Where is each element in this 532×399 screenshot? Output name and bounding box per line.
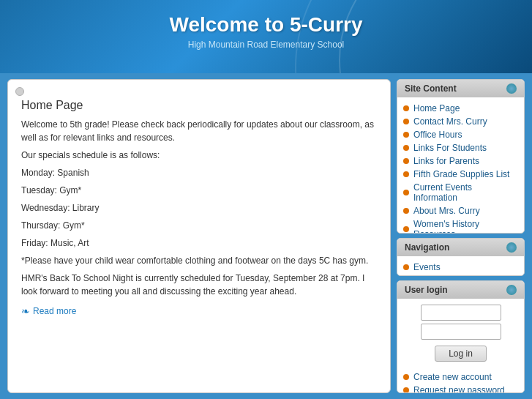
- bullet-icon: [403, 387, 409, 393]
- content-p1: Welcome to 5th grade! Please check back …: [21, 118, 377, 144]
- read-more-label: Read more: [33, 306, 76, 316]
- navigation-header: Navigation: [397, 239, 524, 256]
- sidebar-item-label: Office Hours: [413, 130, 462, 140]
- content-p4: Tuesday: Gym*: [21, 184, 377, 197]
- page-subtitle: High Mountain Road Elementary School: [0, 40, 532, 50]
- username-field[interactable]: [421, 305, 501, 321]
- sidebar-item-links-students[interactable]: Links For Students: [403, 141, 518, 154]
- nav-item-label: Events: [413, 262, 441, 272]
- create-account-link[interactable]: Create new account: [403, 370, 518, 384]
- create-account-label: Create new account: [413, 372, 492, 382]
- password-field[interactable]: [421, 324, 501, 340]
- sidebar: Site Content Home Page Contact Mrs. Curr…: [397, 79, 525, 393]
- bullet-icon: [403, 208, 409, 214]
- navigation-icon: [506, 242, 517, 253]
- sidebar-item-about[interactable]: About Mrs. Curry: [403, 204, 518, 217]
- bullet-icon: [403, 145, 409, 151]
- home-page-title: Home Page: [21, 99, 377, 112]
- bullet-icon: [403, 374, 409, 380]
- content-p8: *Please have your child wear comfortable…: [21, 254, 377, 267]
- main-layout: Home Page Welcome to 5th grade! Please c…: [0, 73, 532, 399]
- read-more-icon: ❧: [21, 305, 30, 317]
- bullet-icon: [403, 171, 409, 177]
- request-password-label: Request new password: [413, 385, 505, 393]
- bullet-icon: [403, 190, 409, 195]
- page-title: Welcome to 5-Curry: [0, 13, 532, 37]
- site-content-box: Site Content Home Page Contact Mrs. Curr…: [397, 79, 525, 234]
- bullet-icon: [403, 119, 409, 124]
- sidebar-item-events[interactable]: Current Events Information: [403, 181, 518, 204]
- sidebar-item-label: Fifth Grade Supplies List: [413, 169, 509, 179]
- login-button[interactable]: Log in: [435, 346, 487, 362]
- content-p7: Friday: Music, Art: [21, 236, 377, 250]
- login-body: Log in: [397, 299, 524, 368]
- site-content-header: Site Content: [397, 80, 524, 97]
- sidebar-item-office[interactable]: Office Hours: [403, 128, 518, 141]
- login-title: User login: [405, 285, 448, 295]
- navigation-box: Navigation Events: [397, 238, 525, 276]
- bullet-icon: [403, 132, 409, 138]
- sidebar-item-home[interactable]: Home Page: [403, 102, 518, 115]
- bullet-icon: [403, 226, 409, 232]
- read-more-link[interactable]: ❧ Read more: [21, 305, 377, 317]
- content-body: Welcome to 5th grade! Please check back …: [21, 118, 377, 298]
- sidebar-item-label: Links for Parents: [413, 156, 479, 166]
- sidebar-item-label: Current Events Information: [413, 182, 518, 203]
- sidebar-item-label: About Mrs. Curry: [413, 206, 480, 216]
- sidebar-item-label: Contact Mrs. Curry: [413, 116, 487, 127]
- site-content-icon: [506, 83, 517, 94]
- user-login-box: User login Log in Create new account Req…: [397, 280, 525, 393]
- login-links: Create new account Request new password: [397, 368, 524, 393]
- bullet-icon: [403, 264, 409, 270]
- sidebar-item-label: Links For Students: [413, 143, 487, 153]
- sidebar-item-label: Home Page: [413, 103, 460, 113]
- navigation-items: Events: [397, 256, 524, 276]
- login-header: User login: [397, 281, 524, 299]
- content-p5: Wednesday: Library: [21, 201, 377, 215]
- sidebar-item-label: Women's History Resources: [413, 219, 518, 234]
- bullet-icon: [403, 158, 409, 164]
- content-p6: Thursday: Gym*: [21, 219, 377, 232]
- content-panel: Home Page Welcome to 5th grade! Please c…: [7, 79, 391, 393]
- site-content-items: Home Page Contact Mrs. Curry Office Hour…: [397, 97, 524, 234]
- content-p3: Monday: Spanish: [21, 166, 377, 179]
- content-p2: Our specials schedule is as follows:: [21, 149, 377, 162]
- site-content-title: Site Content: [405, 83, 457, 94]
- nav-item-events[interactable]: Events: [403, 261, 518, 274]
- bullet-icon: [403, 105, 409, 111]
- request-password-link[interactable]: Request new password: [403, 384, 518, 393]
- sidebar-item-contact[interactable]: Contact Mrs. Curry: [403, 115, 518, 128]
- sidebar-item-history[interactable]: Women's History Resources: [403, 217, 518, 234]
- page-header: Welcome to 5-Curry High Mountain Road El…: [0, 0, 532, 73]
- sidebar-item-supplies[interactable]: Fifth Grade Supplies List: [403, 168, 518, 181]
- sidebar-item-links-parents[interactable]: Links for Parents: [403, 154, 518, 168]
- content-p9: HMR's Back To School Night is currently …: [21, 272, 377, 298]
- login-icon: [506, 285, 517, 295]
- navigation-title: Navigation: [405, 242, 449, 253]
